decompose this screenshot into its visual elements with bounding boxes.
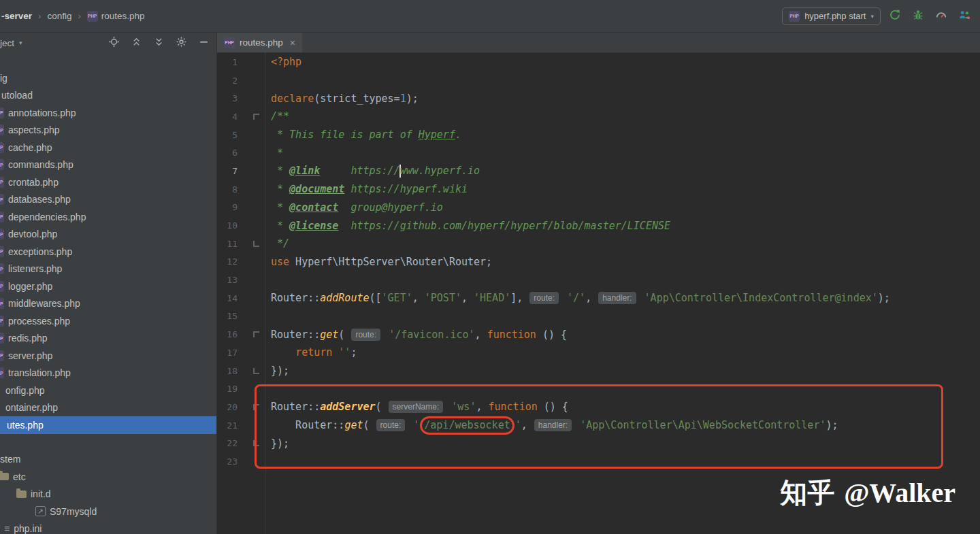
select-opened-file-button[interactable] [108,36,120,50]
code-line-3[interactable]: 3declare(strict_types=1); [217,89,980,107]
code-line-18[interactable]: 18}); [217,362,980,380]
fold-column[interactable] [238,404,265,410]
run-config-selector[interactable]: PHP hyperf.php start ▾ [782,7,881,25]
code-line-23[interactable]: 23 [217,452,980,471]
fold-column[interactable] [238,331,265,337]
expand-all-button[interactable] [131,36,142,50]
code-line-1[interactable]: 1<?php [217,53,980,71]
code-text: */ [265,237,289,250]
breadcrumb-item--server[interactable]: -server [1,11,32,21]
tree-item-dependencies-php[interactable]: PHPdependencies.php [0,208,216,226]
fold-marker-icon[interactable] [253,404,259,410]
tree-item-utes-php[interactable]: utes.php [0,416,216,434]
code-editor[interactable]: 1<?php23declare(strict_types=1);4/**5 * … [217,53,980,534]
fold-marker-icon[interactable] [253,241,259,247]
tree-item-processes-php[interactable]: PHPprocesses.php [0,312,216,330]
code-token: * [271,220,289,232]
breadcrumb-item-config[interactable]: config [47,11,71,21]
close-icon[interactable]: × [290,37,295,48]
folder-icon [16,490,27,498]
tree-item-cache-php[interactable]: PHPcache.php [0,139,216,156]
code-line-17[interactable]: 17 return ''; [217,344,980,362]
tree-item-php-ini[interactable]: ≡php.ini [0,520,216,534]
tree-item-ig[interactable]: ig [0,69,216,87]
code-line-20[interactable]: 20Router::addServer( serverName: 'ws', f… [217,398,980,416]
code-token: (strict_types= [314,93,399,105]
code-line-21[interactable]: 21 Router::get( route: '/api/websocket',… [217,416,980,435]
code-text: * [265,147,283,159]
code-token: 'GET' [382,292,412,304]
tree-item-middlewares-php[interactable]: PHPmiddlewares.php [0,295,216,313]
code-line-12[interactable]: 12use Hyperf\HttpServer\Router\Router; [217,253,980,271]
tree-item-annotations-php[interactable]: PHPannotations.php [0,104,216,122]
tree-item-stem[interactable]: stem [0,451,216,469]
tree-item-ontainer-php[interactable]: ontainer.php [0,399,216,417]
tab-routes-php[interactable]: PHP routes.php × [217,33,302,52]
tree-item-redis-php[interactable]: PHPredis.php [0,330,216,348]
profiler-button[interactable] [932,7,950,25]
code-line-10[interactable]: 10 * @license https://github.com/hyperf/… [217,216,980,235]
code-line-14[interactable]: 14Router::addRoute(['GET', 'POST', 'HEAD… [217,289,980,307]
hide-panel-button[interactable] [198,36,210,50]
tree-item-commands-php[interactable]: PHPcommands.php [0,156,216,174]
code-line-9[interactable]: 9 * @contact group@hyperf.io [217,199,980,217]
fold-marker-icon[interactable] [253,368,259,374]
tree-item-databases-php[interactable]: PHPdatabases.php [0,191,216,209]
line-number: 20 [217,402,238,412]
run-toolbar: PHP hyperf.php start ▾ [782,7,973,25]
rerun-button[interactable] [885,7,904,25]
php-file-icon: PHP [0,159,4,170]
breadcrumb-item-routes-php[interactable]: PHProutes.php [87,11,145,22]
settings-button[interactable] [176,36,187,50]
code-line-19[interactable]: 19 [217,380,980,398]
debug-button[interactable] [909,7,927,25]
code-token: Router:: [271,292,320,304]
expand-all-icon [131,36,142,50]
code-text: Router::get( route: '/api/websocket', ha… [265,416,838,435]
select-opened-file-icon [108,36,120,50]
tree-item-listeners-php[interactable]: PHPlisteners.php [0,261,216,278]
code-line-7[interactable]: 7 * @link https://www.hyperf.io [217,162,980,180]
fold-marker-icon[interactable] [253,114,259,120]
code-line-5[interactable]: 5 * This file is part of Hyperf. [217,126,980,144]
tree-item-onfig-php[interactable]: onfig.php [0,382,216,399]
project-panel-header: ject ▾ [0,33,216,53]
project-panel-title: ject [0,38,14,48]
tree-item-devtool-php[interactable]: PHPdevtool.php [0,226,216,244]
code-line-15[interactable]: 15 [217,307,980,326]
tree-item-translation-php[interactable]: PHPtranslation.php [0,365,216,382]
code-line-6[interactable]: 6 * [217,144,980,162]
code-line-4[interactable]: 4/** [217,107,980,126]
tree-item-init-d[interactable]: init.d [0,486,216,503]
tree-item-crontab-php[interactable]: PHPcrontab.php [0,173,216,191]
code-line-8[interactable]: 8 * @document https://hyperf.wiki [217,180,980,199]
code-token: https://hyperf.wiki [344,183,468,195]
tree-item-server-php[interactable]: PHPserver.php [0,347,216,365]
tree-item-label: onfig.php [5,385,45,396]
fold-marker-icon[interactable] [253,331,259,337]
line-number: 21 [217,420,238,431]
code-token: www.hyperf.io [400,165,480,177]
tree-item-exceptions-php[interactable]: PHPexceptions.php [0,243,216,261]
code-line-13[interactable]: 13 [217,271,980,289]
tree-item-aspects-php[interactable]: PHPaspects.php [0,122,216,139]
fold-column[interactable] [238,241,265,247]
collapse-all-button[interactable] [153,36,165,50]
code-line-16[interactable]: 16Router::get( route: '/favicon.ico', fu… [217,325,980,344]
code-with-me-button[interactable] [955,7,973,25]
code-token: addRoute [320,292,369,304]
fold-column[interactable] [238,114,265,120]
code-token: , [412,292,425,304]
tree-item-utoload[interactable]: utoload [0,87,216,105]
tree-item-logger-php[interactable]: PHPlogger.php [0,278,216,295]
code-line-22[interactable]: 22}); [217,434,980,452]
code-line-2[interactable]: 2 [217,71,980,90]
fold-column[interactable] [238,440,265,446]
tree-item-s97mysqld[interactable]: ↗S97mysqld [0,503,216,520]
fold-marker-icon[interactable] [253,440,259,446]
tree-item-etc[interactable]: etc [0,468,216,486]
php-file-icon: PHP [0,263,4,274]
code-line-11[interactable]: 11 */ [217,235,980,253]
fold-column[interactable] [238,368,265,374]
project-view-selector[interactable]: ject ▾ [0,38,22,48]
